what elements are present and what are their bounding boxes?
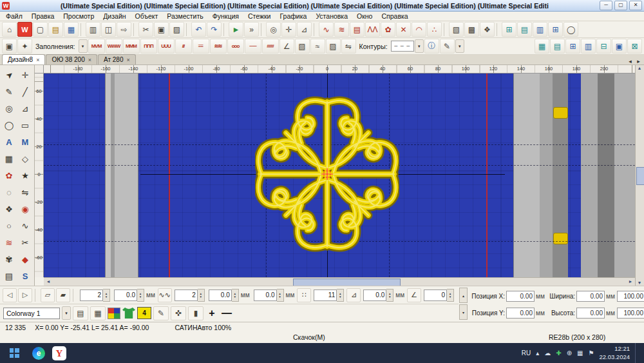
design-canvas[interactable]	[44, 74, 635, 277]
fill-pattern-zigzag[interactable]: WWW	[106, 39, 122, 54]
home-icon[interactable]: ⌂	[2, 22, 17, 37]
color-film-icon[interactable]: ▤	[517, 22, 532, 37]
redo-icon[interactable]: ↷	[207, 22, 222, 37]
hoop-icon[interactable]: ◯	[564, 22, 578, 37]
language-indicator[interactable]: RU	[522, 349, 531, 357]
edge-browser-button[interactable]: e	[28, 343, 49, 363]
pos-y-field[interactable]: 0.00	[506, 308, 535, 319]
offset-field-value[interactable]: 0.0	[209, 289, 232, 301]
machine-format-icon[interactable]: ⊠	[627, 39, 642, 54]
monogram-tool[interactable]: M	[17, 133, 33, 150]
comp-field[interactable]: 0.0▴▾мм	[363, 289, 404, 302]
gradient-fill-icon[interactable]: ▧	[449, 22, 464, 37]
outline-tool[interactable]: ○	[1, 217, 17, 234]
outline-style-swatch[interactable]: – – –	[391, 41, 414, 52]
step-pattern-icon[interactable]: ▧	[295, 39, 310, 54]
grid-settings-icon[interactable]: ⊞	[565, 39, 580, 54]
measure-tool[interactable]: ⊿	[17, 100, 33, 117]
angle-icon[interactable]: ∠	[407, 288, 421, 302]
tatami-fill-icon[interactable]: ▤	[350, 22, 365, 37]
offset-field[interactable]: 0.0▴▾мм	[209, 289, 250, 302]
colorway-list-icon[interactable]: ▤	[73, 306, 88, 320]
length-field-value[interactable]: 0.0	[254, 289, 277, 301]
star-fill-icon[interactable]: ❖	[480, 22, 495, 37]
contour-fill-icon[interactable]: ◠	[412, 22, 426, 37]
slant-icon[interactable]: ⊿	[346, 288, 361, 302]
apps-tray-icon[interactable]: ▦	[577, 349, 583, 357]
vertical-scroll-thumb[interactable]	[636, 167, 644, 185]
open-design-icon[interactable]: ▤	[48, 22, 63, 37]
next-object-icon[interactable]: ▷	[18, 288, 32, 302]
save-design-icon[interactable]: ▦	[64, 22, 79, 37]
remove-color-button[interactable]: —	[220, 308, 233, 319]
export-machine-file-icon[interactable]: ⇨	[117, 22, 131, 37]
fill-pattern-rows[interactable]: ≡≡	[193, 39, 209, 54]
menu-file[interactable]: Файл	[1, 12, 27, 20]
stitch-angle-icon[interactable]: ∠	[279, 39, 294, 54]
fill-pattern-satin[interactable]: MVM	[88, 39, 105, 54]
repeats-field-value[interactable]: 2	[175, 289, 198, 301]
menu-view[interactable]: Просмотр	[59, 12, 99, 20]
mirror-tool[interactable]: ⇋	[17, 184, 33, 201]
count-field-spinner[interactable]: ▴▾	[337, 289, 344, 302]
travel-stitches-icon[interactable]: »	[244, 22, 259, 37]
kaleidoscope-tool[interactable]: ❖	[1, 201, 17, 217]
menu-setup[interactable]: Установка	[311, 12, 352, 20]
minimize-button[interactable]: ─	[600, 1, 612, 10]
info-icon[interactable]: ⓘ	[424, 39, 439, 54]
pull-comp-icon[interactable]: ⇋	[341, 39, 356, 54]
fill-pattern-loop[interactable]: UUU	[158, 39, 175, 54]
line-tool[interactable]: ╱	[17, 83, 33, 100]
horizontal-scrollbar[interactable]: ◄ ►	[44, 277, 635, 286]
count-field-value[interactable]: 11	[314, 289, 337, 301]
scissors-tool[interactable]: ✂	[17, 234, 33, 251]
fill-pattern-dots[interactable]: ooo	[227, 39, 244, 54]
tab-scroll-right-icon[interactable]: ▸	[634, 58, 643, 64]
defender-icon[interactable]: ✚	[556, 349, 561, 357]
fill-pattern-slant[interactable]: ///	[175, 39, 192, 54]
tab-close-icon[interactable]: ×	[88, 57, 91, 63]
hoop-tool[interactable]: ◯	[1, 117, 17, 133]
scroll-down-icon[interactable]: ▼	[636, 280, 643, 285]
overlap-icon[interactable]: ⊟	[596, 39, 611, 54]
current-color-swatch[interactable]: 4	[137, 307, 151, 319]
hole-tool[interactable]: ◌	[1, 184, 17, 201]
stipple-run-icon[interactable]: ∴	[427, 22, 442, 37]
tab-at-280[interactable]: Ат 280 ×	[98, 54, 136, 64]
lettering-tool[interactable]: A	[1, 133, 17, 150]
scale-x-field[interactable]: 100.00	[617, 291, 644, 302]
panel-up-icon[interactable]: ▴	[459, 288, 468, 303]
pencil-dropdown-icon[interactable]: ▾	[455, 39, 464, 53]
tshirt-icon[interactable]	[122, 308, 135, 319]
comp-field-value[interactable]: 0.0	[363, 289, 386, 301]
show-desktop-button[interactable]	[635, 343, 639, 363]
apply-color-icon[interactable]: ▮	[188, 306, 204, 320]
v-ruler[interactable]: -60-40-200204060	[35, 74, 44, 277]
fractional-spacing-icon[interactable]: ≈	[310, 39, 325, 54]
motif-tool[interactable]: ✿	[1, 167, 17, 184]
menu-graphics[interactable]: Графика	[275, 12, 311, 20]
spacing-field-value[interactable]: 0.0	[114, 289, 137, 301]
menu-stitches[interactable]: Стежки	[243, 12, 275, 20]
menu-design[interactable]: Дизайн	[99, 12, 130, 20]
satin-tool[interactable]: ≋	[1, 234, 17, 251]
wilcom-logo-icon[interactable]: W	[17, 22, 32, 37]
grid-icon[interactable]: ⊞	[548, 22, 563, 37]
spacing-field[interactable]: 0.0▴▾мм	[114, 289, 155, 302]
undo-icon[interactable]: ↶	[191, 22, 206, 37]
fill-pattern-tatami[interactable]: MMM	[123, 39, 140, 54]
menu-function[interactable]: Функция	[208, 12, 243, 20]
zoom-icon[interactable]: ◎	[266, 22, 281, 37]
scroll-up-icon[interactable]: ▲	[636, 66, 643, 70]
width-field[interactable]: 0.00	[576, 291, 605, 302]
comp-field-spinner[interactable]: ▴▾	[386, 289, 393, 302]
stagger-field[interactable]: 2▴▾	[80, 289, 110, 302]
menu-arrange[interactable]: Разместить	[162, 12, 207, 20]
angle-field[interactable]: 0▴▾	[424, 289, 454, 302]
run-stitch-icon[interactable]: ∿	[319, 22, 334, 37]
menu-object[interactable]: Объект	[131, 12, 163, 20]
embroidery-design[interactable]	[255, 93, 399, 255]
tab-scroll-left-icon[interactable]: ◂	[626, 58, 634, 64]
height-field[interactable]: 0.00	[576, 308, 605, 319]
zoom-tool[interactable]: ◎	[1, 100, 17, 117]
